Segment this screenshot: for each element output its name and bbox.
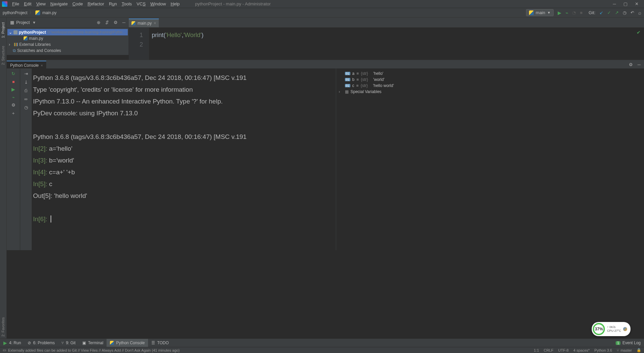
bottom-todo[interactable]: ☰TODO [148,339,172,347]
bottom-toolbar: ▶4: Run ⊘6: Problems ⑂9: Git ▣Terminal P… [0,339,644,347]
run-icon[interactable]: ▶ [11,87,15,92]
git-update-icon[interactable]: ↙ [599,10,603,15]
status-message[interactable]: Externally added files can be added to G… [8,348,180,352]
line-sep[interactable]: CRLF [544,348,554,352]
menu-view[interactable]: View [34,1,48,7]
chevron-down-icon: ⌄ [9,30,12,35]
menu-run[interactable]: Run [107,1,119,7]
window-title: pythonProject - main.py - Administrator [195,1,271,6]
bottom-problems[interactable]: ⊘6: Problems [24,339,58,347]
menu-vcs[interactable]: VCS [135,1,148,7]
debug-icon[interactable]: ⌁ [12,95,15,100]
var-row[interactable]: 01a = {str} 'hello' [339,70,642,77]
project-tree: ⌄ pythonProject D:\workspace\git\deep-le… [7,28,129,55]
git-push-icon[interactable]: ↗ [615,10,619,15]
console-tab[interactable]: Python Console × [7,61,46,68]
menu-file[interactable]: FFileile [10,1,21,7]
menu-refactor[interactable]: Refactor [86,1,106,7]
menu-tools[interactable]: Tools [120,1,134,7]
menu-code[interactable]: Code [70,1,85,7]
bottom-run[interactable]: ▶4: Run [0,339,24,347]
editor-tab-main[interactable]: main.py × [129,19,159,27]
minimize-icon[interactable]: ─ [613,1,616,6]
collapse-icon[interactable]: ⇵ [105,20,109,25]
rollback-icon[interactable]: ↶ [631,10,634,15]
close-tab-icon[interactable]: × [154,21,156,26]
print-icon[interactable]: ⎙ [25,88,27,93]
chevron-down-icon: ▼ [547,11,551,14]
toolwindow-favorites[interactable]: 2: Favorites [1,315,6,339]
menu-window[interactable]: Window [148,1,168,7]
event-log[interactable]: 1Event Log [612,341,644,345]
inf-icon[interactable]: ∞ [24,96,27,101]
add-icon[interactable]: ＋ [11,110,16,116]
python-console-panel: Python Console × ⚙ ─ ↻ ▶ ⌁ ⚙ ＋ [7,60,644,250]
scroll-icon[interactable]: ⤓ [24,80,28,85]
perf-widget[interactable]: 37% ↑ 0K/s CPU 27°C [592,322,631,336]
code-area[interactable]: 1 2 print('Hello','World') ✔ [129,28,644,60]
menu-edit[interactable]: Edit [22,1,33,7]
close-icon[interactable]: × [41,63,43,67]
branch-icon: ⑂ [61,341,64,345]
warning-icon: ⊘ [28,341,31,345]
gear-icon[interactable]: ⚙ [629,62,633,67]
console-output[interactable]: Python 3.6.8 (tags/v3.6.8:3c6b436a57, De… [32,68,336,250]
bottom-terminal[interactable]: ▣Terminal [79,339,107,347]
menu-navigate[interactable]: Navigate [48,1,69,7]
coverage-button[interactable]: ◔ [572,10,576,15]
run-config-dropdown[interactable]: main ▼ [526,9,554,16]
toolwindow-structure[interactable]: 2: Structure [1,44,6,67]
settings-icon[interactable]: ⚙ [11,102,16,108]
bc-project[interactable]: pythonProject [3,10,27,15]
tree-project-path: D:\workspace\git\deep-learning-training\… [47,30,126,35]
indent[interactable]: 4 spaces* [573,348,589,352]
chevron-right-icon: 〉 [29,10,33,16]
debug-button[interactable]: ⌁ [565,10,568,16]
project-pane-header: ▦ Project ▾ ⊕ ⇵ ⚙ ─ [7,18,129,28]
history-icon[interactable]: ◷ [24,105,28,110]
var-row[interactable]: 01b = {str} 'world' [339,77,642,83]
close-icon[interactable]: ✕ [635,1,639,6]
tree-external-libs[interactable]: › External Libraries [7,41,128,48]
bottom-console[interactable]: Python Console [107,339,148,347]
chevron-down-icon[interactable]: ▾ [33,20,35,25]
softwrap-icon[interactable]: ⇥ [24,71,28,76]
python-icon [110,341,114,345]
toolwindow-project[interactable]: 1: Project [1,20,6,40]
caret-pos[interactable]: 1:1 [534,348,539,352]
event-count: 1 [616,341,620,345]
tree-project-root[interactable]: ⌄ pythonProject D:\workspace\git\deep-le… [7,29,128,35]
bc-file[interactable]: main.py [42,10,56,15]
hide-icon[interactable]: ─ [638,62,641,67]
gutter: 1 2 [129,28,149,60]
analysis-ok-icon[interactable]: ✔ [637,30,641,35]
var-row[interactable]: 01c = {str} 'hello world' [339,83,642,89]
bottom-git[interactable]: ⑂9: Git [58,339,79,347]
stop-button[interactable]: ■ [580,10,583,15]
rerun-icon[interactable]: ↻ [11,71,15,76]
maximize-icon[interactable]: ▢ [623,1,627,6]
git-branch[interactable]: ⑂master [617,348,632,352]
git-commit-icon[interactable]: ✓ [607,10,611,15]
tree-scratches[interactable]: ⧉ Scratches and Consoles [7,48,128,54]
var-special[interactable]: ›▦Special Variables [339,89,642,95]
locate-icon[interactable]: ⊕ [97,20,100,25]
scratch-icon: ⧉ [13,48,16,53]
folder-icon [13,30,18,34]
gear-icon[interactable]: ⚙ [114,20,118,25]
stop-icon[interactable] [12,79,14,84]
statusbar: ▭ Externally added files can be added to… [0,347,644,353]
grid-icon: ▦ [345,89,349,94]
hide-icon[interactable]: ─ [122,20,125,25]
tree-file-main[interactable]: main.py [7,35,128,41]
run-button[interactable]: ▶ [558,10,561,16]
search-icon[interactable]: ⌕ [638,10,641,16]
project-pane-label[interactable]: Project [16,20,30,25]
code-text[interactable]: print('Hello','World') [149,28,644,60]
encoding[interactable]: UTF-8 [558,348,568,352]
menu-help[interactable]: Help [169,1,182,7]
lock-icon[interactable]: 🔒 [637,348,641,352]
status-icon[interactable]: ▭ [3,348,6,352]
history-icon[interactable]: ◷ [623,10,626,15]
interpreter[interactable]: Python 3.6 [594,348,612,352]
